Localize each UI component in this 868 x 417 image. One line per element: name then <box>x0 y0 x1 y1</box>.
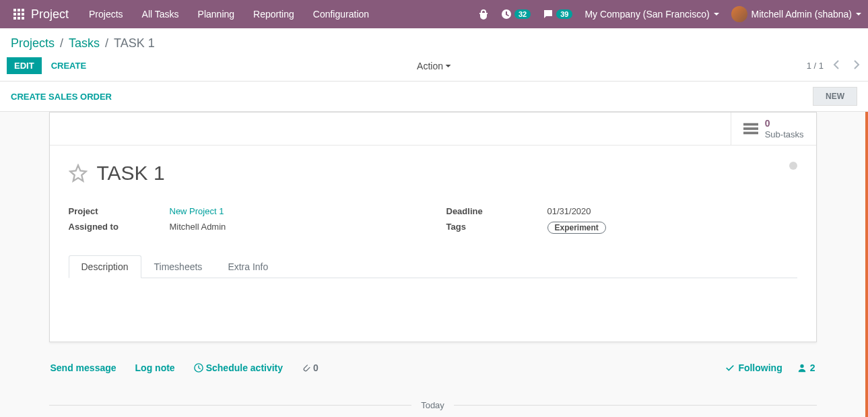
create-sales-order-button[interactable]: CREATE SALES ORDER <box>11 92 112 102</box>
svg-rect-11 <box>743 132 758 135</box>
deadline-value: 01/31/2020 <box>547 206 591 216</box>
assigned-value: Mitchell Admin <box>170 222 226 232</box>
tab-extra-info[interactable]: Extra Info <box>215 255 281 278</box>
tab-timesheets[interactable]: Timesheets <box>141 255 215 278</box>
messaging-badge: 39 <box>556 9 572 19</box>
svg-rect-8 <box>22 17 24 20</box>
chatter: Send message Log note Schedule activity … <box>49 356 817 410</box>
caret-down-icon <box>446 65 451 67</box>
debug-icon[interactable] <box>478 9 489 20</box>
action-label: Action <box>417 61 443 71</box>
attachments-button[interactable]: 0 <box>302 362 319 373</box>
task-title: TASK 1 <box>97 162 165 185</box>
pager-prev-icon[interactable] <box>832 59 842 72</box>
svg-rect-6 <box>13 17 16 20</box>
today-label: Today <box>411 400 454 410</box>
breadcrumb-projects[interactable]: Projects <box>11 36 55 51</box>
task-tabs: Description Timesheets Extra Info <box>69 255 797 278</box>
schedule-activity-button[interactable]: Schedule activity <box>194 362 283 373</box>
nav-item-planning[interactable]: Planning <box>198 9 235 20</box>
assigned-label: Assigned to <box>69 222 170 232</box>
svg-rect-2 <box>22 9 24 11</box>
followers-count: 2 <box>810 362 815 373</box>
deadline-label: Deadline <box>446 206 547 216</box>
log-note-button[interactable]: Log note <box>135 362 175 373</box>
svg-rect-9 <box>743 123 758 126</box>
nav-menu: Projects All Tasks Planning Reporting Co… <box>89 9 369 20</box>
nav-item-configuration[interactable]: Configuration <box>313 9 369 20</box>
attachments-count: 0 <box>313 362 319 373</box>
control-panel: Projects / Tasks / TASK 1 EDIT CREATE Ac… <box>0 28 868 82</box>
caret-down-icon <box>714 13 719 15</box>
nav-item-projects[interactable]: Projects <box>89 9 123 20</box>
project-label: Project <box>69 206 170 216</box>
top-navbar: Project Projects All Tasks Planning Repo… <box>0 0 868 28</box>
stage-new[interactable]: NEW <box>813 87 857 106</box>
svg-rect-10 <box>743 127 758 130</box>
breadcrumb-current: TASK 1 <box>114 36 155 51</box>
svg-rect-5 <box>22 13 24 15</box>
tab-content-description <box>69 278 797 325</box>
edit-button[interactable]: EDIT <box>7 57 42 74</box>
user-name: Mitchell Admin (shabna) <box>752 9 852 20</box>
nav-item-all-tasks[interactable]: All Tasks <box>142 9 179 20</box>
tags-label: Tags <box>446 222 547 234</box>
status-bar: CREATE SALES ORDER NEW <box>0 82 868 112</box>
main-area: 0 Sub-tasks TASK 1 Project New Project 1 <box>0 112 868 417</box>
form-sheet: 0 Sub-tasks TASK 1 Project New Project 1 <box>49 112 817 342</box>
action-dropdown[interactable]: Action <box>417 61 451 71</box>
paperclip-icon <box>302 363 311 373</box>
user-menu[interactable]: Mitchell Admin (shabna) <box>731 6 861 22</box>
tag-pill[interactable]: Experiment <box>547 222 606 234</box>
tab-description[interactable]: Description <box>69 255 141 278</box>
pager-next-icon[interactable] <box>850 59 861 72</box>
svg-rect-4 <box>18 13 20 15</box>
project-value[interactable]: New Project 1 <box>170 206 224 216</box>
caret-down-icon <box>856 13 861 15</box>
messaging-icon[interactable]: 39 <box>543 9 572 20</box>
svg-point-13 <box>800 364 803 368</box>
apps-icon[interactable] <box>7 9 31 20</box>
breadcrumb: Projects / Tasks / TASK 1 <box>0 28 868 53</box>
nav-item-reporting[interactable]: Reporting <box>253 9 294 20</box>
stat-subtasks[interactable]: 0 Sub-tasks <box>731 113 816 145</box>
check-icon <box>725 363 735 373</box>
activity-badge: 32 <box>514 9 531 19</box>
company-switcher[interactable]: My Company (San Francisco) <box>585 9 719 20</box>
svg-rect-3 <box>13 13 16 15</box>
following-button[interactable]: Following <box>725 362 782 373</box>
create-button[interactable]: CREATE <box>51 61 86 71</box>
user-avatar <box>731 6 747 22</box>
today-divider: Today <box>49 400 817 410</box>
user-icon <box>797 363 807 373</box>
brand-title[interactable]: Project <box>31 7 69 22</box>
priority-star-icon[interactable] <box>69 164 88 183</box>
breadcrumb-tasks[interactable]: Tasks <box>69 36 100 51</box>
svg-rect-0 <box>13 9 16 11</box>
svg-rect-7 <box>18 17 20 20</box>
subtasks-count: 0 <box>765 118 804 129</box>
company-name: My Company (San Francisco) <box>585 9 709 20</box>
activity-icon[interactable]: 32 <box>501 9 531 20</box>
svg-rect-1 <box>18 9 20 11</box>
followers-button[interactable]: 2 <box>797 362 815 373</box>
kanban-state-icon[interactable] <box>789 162 797 170</box>
send-message-button[interactable]: Send message <box>51 362 116 373</box>
subtasks-icon <box>743 123 758 135</box>
pager-text[interactable]: 1 / 1 <box>807 61 824 71</box>
subtasks-label: Sub-tasks <box>765 129 804 140</box>
clock-icon <box>194 363 203 373</box>
